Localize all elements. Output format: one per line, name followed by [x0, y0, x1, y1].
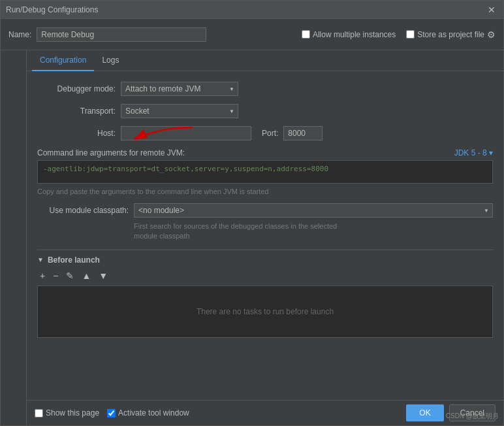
move-up-button[interactable]: ▲ — [79, 270, 93, 282]
before-launch-header: ▼ Before launch — [37, 255, 493, 265]
port-label: Port: — [262, 129, 278, 138]
sidebar-strip — [1, 50, 27, 425]
collapse-icon[interactable]: ▼ — [37, 256, 44, 263]
debugger-mode-row: Debugger mode: Attach to remote JVM — [37, 82, 493, 96]
topbar-left: Name: — [8, 27, 291, 42]
allow-instances-group: Allow multiple instances — [302, 30, 396, 39]
allow-instances-label: Allow multiple instances — [313, 30, 396, 39]
close-button[interactable]: ✕ — [485, 5, 498, 15]
cmdargs-box: -agentlib:jdwp=transport=dt_socket,serve… — [37, 160, 493, 184]
name-input[interactable] — [37, 27, 206, 42]
module-select-wrapper: <no module> — [134, 203, 493, 218]
before-launch-section: ▼ Before launch + − ✎ ▲ ▼ There are no t… — [37, 255, 493, 338]
host-row: Host: Port: — [37, 126, 493, 140]
debugger-mode-select-wrapper: Attach to remote JVM — [121, 82, 238, 96]
module-classpath-select[interactable]: <no module> — [134, 203, 493, 218]
show-page-group: Show this page — [35, 408, 99, 418]
edit-task-button[interactable]: ✎ — [63, 270, 76, 282]
topbar-right: Allow multiple instances Store as projec… — [302, 29, 496, 40]
main-area: Configuration Logs Debugger mode: Attach… — [1, 50, 503, 425]
gear-icon[interactable]: ⚙ — [487, 29, 496, 40]
cmdargs-section: Command line arguments for remote JVM: J… — [37, 148, 493, 195]
activate-group: Activate tool window — [107, 408, 189, 418]
name-label: Name: — [8, 30, 31, 39]
tab-configuration[interactable]: Configuration — [32, 50, 94, 71]
module-hint: First search for sources of the debugged… — [134, 221, 493, 242]
cmdargs-hint: Copy and paste the arguments to the comm… — [37, 188, 493, 195]
activate-checkbox[interactable] — [107, 409, 116, 418]
show-page-label: Show this page — [46, 408, 99, 418]
topbar: Name: Allow multiple instances Store as … — [1, 19, 503, 50]
form-area: Debugger mode: Attach to remote JVM Tran… — [27, 71, 503, 400]
module-classpath-row: Use module classpath: <no module> — [37, 203, 493, 218]
show-page-checkbox[interactable] — [35, 409, 43, 418]
jdk-link[interactable]: JDK 5 - 8 ▾ — [454, 148, 493, 157]
before-launch-title: Before launch — [48, 255, 100, 265]
store-project-group: Store as project file ⚙ — [406, 29, 496, 40]
module-classpath-label: Use module classpath: — [37, 206, 129, 215]
titlebar: Run/Debug Configurations ✕ — [1, 1, 503, 19]
move-down-button[interactable]: ▼ — [96, 270, 110, 282]
allow-instances-checkbox[interactable] — [302, 30, 310, 39]
tab-logs[interactable]: Logs — [94, 50, 127, 71]
store-project-label: Store as project file — [417, 30, 484, 39]
debugger-mode-select[interactable]: Attach to remote JVM — [121, 82, 238, 96]
cmdargs-label: Command line arguments for remote JVM: — [37, 148, 185, 157]
cmdargs-header: Command line arguments for remote JVM: J… — [37, 148, 493, 157]
before-launch-empty: There are no tasks to run before launch — [37, 286, 493, 338]
tabs: Configuration Logs — [27, 50, 503, 71]
remove-task-button[interactable]: − — [50, 270, 61, 282]
section-divider — [37, 250, 493, 250]
transport-select-wrapper: Socket — [121, 104, 238, 118]
debugger-mode-label: Debugger mode: — [37, 84, 116, 93]
host-label: Host: — [37, 129, 116, 138]
bottom-bar: Show this page Activate tool window OK C… — [27, 400, 503, 425]
transport-select[interactable]: Socket — [121, 104, 238, 118]
dialog-title: Run/Debug Configurations — [6, 5, 98, 14]
port-input[interactable] — [283, 126, 323, 140]
dialog: Run/Debug Configurations ✕ Name: Allow m… — [0, 0, 504, 426]
content: Configuration Logs Debugger mode: Attach… — [27, 50, 503, 425]
bottom-left: Show this page Activate tool window — [35, 408, 189, 418]
before-launch-toolbar: + − ✎ ▲ ▼ — [37, 270, 493, 282]
transport-label: Transport: — [37, 106, 116, 116]
watermark: CSDN @故里明月 — [446, 412, 499, 421]
add-task-button[interactable]: + — [37, 270, 48, 282]
store-project-checkbox[interactable] — [406, 30, 415, 39]
transport-row: Transport: Socket — [37, 104, 493, 118]
activate-label: Activate tool window — [118, 408, 189, 418]
host-input[interactable] — [121, 126, 251, 140]
ok-button[interactable]: OK — [406, 404, 443, 421]
